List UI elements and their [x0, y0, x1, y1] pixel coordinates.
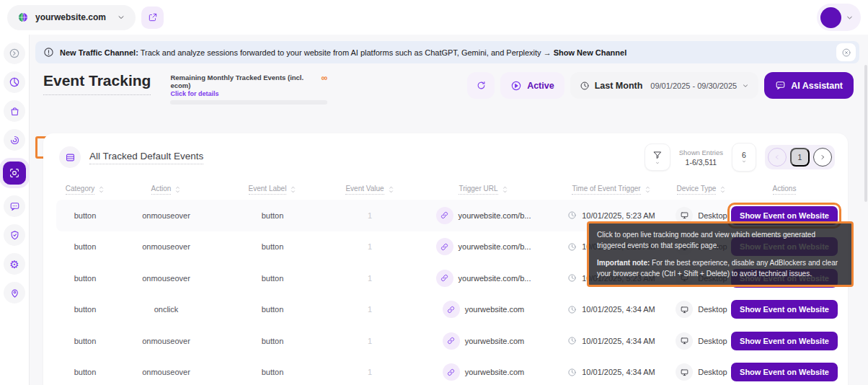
event-tracking-scan-icon[interactable] [3, 161, 26, 185]
status-label: Active [527, 81, 554, 91]
shown-entries-label: Shown Entries [679, 149, 723, 156]
website-selector[interactable]: yourwebsite.com [7, 5, 136, 30]
visitor-location-icon[interactable] [4, 282, 25, 304]
trigger-url[interactable]: yourwebsite.com/b... [459, 211, 531, 220]
column-header[interactable]: Category [56, 185, 114, 195]
trigger-url[interactable]: yourwebsite.com [465, 337, 525, 345]
events-table-card: All Tracked Default Events Shown Entries… [43, 133, 848, 385]
next-page-icon[interactable] [813, 148, 832, 167]
date-range-picker[interactable]: Last Month 09/01/2025 - 09/30/2025 [570, 72, 759, 99]
page-size-value: 6 [742, 151, 746, 159]
website-favicon-globe-icon [17, 12, 29, 23]
page-size-select[interactable]: 6 [732, 143, 756, 172]
column-header[interactable]: Trigger URL [413, 185, 554, 195]
remaining-details-link[interactable]: Click for details [170, 90, 327, 97]
remaining-events-progressbar [170, 100, 327, 105]
device-type: Desktop [698, 368, 727, 376]
privacy-shield-icon[interactable] [4, 224, 25, 246]
clock-icon [567, 242, 577, 252]
sort-icon[interactable] [502, 185, 508, 194]
app-root: yourwebsite.com [0, 0, 868, 385]
remaining-events-value: ∞ [322, 74, 328, 82]
user-menu[interactable] [817, 4, 861, 31]
prev-page-icon[interactable] [768, 148, 787, 167]
clock-icon [567, 305, 577, 314]
table-tools: Shown Entries 1-6/3,511 6 1 [645, 143, 835, 172]
remaining-events-widget: Remaining Monthly Tracked Events (incl. … [170, 72, 327, 105]
column-header[interactable]: Event Label [218, 185, 327, 195]
tracking-status-button[interactable]: Active [500, 72, 564, 99]
ai-assistant-label: AI Assistant [791, 81, 843, 91]
sessions-swirl-icon[interactable] [4, 129, 25, 151]
column-header: Actions [734, 185, 835, 195]
clock-icon [567, 368, 577, 377]
shown-entries-value: 1-6/3,511 [679, 158, 723, 167]
link-icon [436, 270, 453, 287]
link-icon [436, 207, 453, 224]
sort-icon[interactable] [290, 185, 296, 194]
table-card-header: All Tracked Default Events Shown Entries… [56, 141, 835, 174]
ai-assistant-button[interactable]: AI Assistant [764, 72, 854, 99]
banner-close-icon[interactable] [836, 43, 856, 61]
clock-icon [567, 273, 577, 283]
page-header: Event Tracking Remaining Monthly Tracked… [43, 72, 854, 105]
show-event-on-website-button[interactable]: Show Event on Website [731, 300, 838, 319]
clock-icon [567, 336, 577, 345]
chat-icon[interactable] [4, 195, 25, 217]
new-traffic-channel-banner: New Traffic Channel: Track and analyze s… [35, 41, 859, 63]
banner-text: New Traffic Channel: Track and analyze s… [60, 48, 626, 57]
filter-funnel-icon[interactable] [645, 143, 670, 171]
website-name: yourwebsite.com [35, 12, 110, 22]
table-list-icon [59, 146, 81, 168]
play-circle-icon [510, 80, 522, 92]
banner-action-link[interactable]: Show New Channel [554, 48, 626, 57]
scrollbar[interactable] [864, 65, 867, 202]
event-time: 10/01/2025, 4:34 AM [582, 368, 655, 376]
show-event-on-website-button[interactable]: Show Event on Website [731, 332, 838, 350]
trigger-url[interactable]: yourwebsite.com/b... [459, 242, 531, 251]
sort-icon[interactable] [719, 185, 726, 194]
table-title: All Tracked Default Events [89, 151, 203, 164]
current-page[interactable]: 1 [790, 148, 810, 167]
column-header[interactable]: Action [114, 185, 218, 195]
trigger-url[interactable]: yourwebsite.com [465, 368, 525, 376]
header-controls: Active Last Month 09/01/2025 - 09/30/202… [467, 72, 854, 99]
sort-icon[interactable] [388, 185, 394, 194]
alert-circle-icon [43, 47, 54, 58]
trigger-url[interactable]: yourwebsite.com/b... [459, 274, 531, 283]
column-header[interactable]: Device Type [669, 185, 734, 195]
period-label: Last Month [595, 81, 643, 91]
device-type: Desktop [698, 337, 727, 345]
shown-entries: Shown Entries 1-6/3,511 [679, 149, 723, 167]
shopping-bag-icon[interactable] [4, 100, 25, 122]
sidebar: ⚙ [0, 35, 30, 385]
topbar: yourwebsite.com [0, 0, 868, 35]
remaining-events-label: Remaining Monthly Tracked Events (incl. … [170, 74, 318, 90]
link-icon [436, 238, 453, 255]
link-icon [443, 301, 460, 318]
show-event-on-website-button[interactable]: Show Event on Website [731, 363, 838, 381]
refresh-button[interactable] [467, 72, 495, 99]
clock-icon [580, 81, 590, 91]
column-header[interactable]: Time of Event Trigger [554, 185, 669, 195]
chevron-down-icon [846, 14, 854, 22]
tooltip-note: Important note: For the best experience,… [597, 257, 843, 279]
event-time: 10/01/2025, 5:23 AM [582, 211, 655, 220]
column-header[interactable]: Event Value [327, 185, 413, 195]
date-range-value: 09/01/2025 - 09/30/2025 [650, 81, 737, 90]
sort-icon[interactable] [645, 185, 651, 194]
avatar [820, 7, 841, 28]
event-time: 10/01/2025, 4:34 AM [582, 305, 655, 314]
banner-body: Track and analyze sessions forwarded to … [141, 48, 552, 57]
open-website-button[interactable] [141, 6, 164, 29]
trigger-url[interactable]: yourwebsite.com [465, 305, 525, 314]
sort-icon[interactable] [98, 185, 105, 194]
collapse-sidebar-icon[interactable] [4, 43, 25, 64]
page-title: Event Tracking [43, 72, 151, 95]
desktop-icon [676, 332, 693, 350]
event-time: 10/01/2025, 4:34 AM [582, 337, 655, 345]
settings-gear-icon[interactable]: ⚙ [4, 253, 25, 275]
sort-icon[interactable] [174, 185, 181, 194]
pagination: 1 [765, 145, 835, 169]
analytics-pie-icon[interactable] [4, 71, 25, 93]
